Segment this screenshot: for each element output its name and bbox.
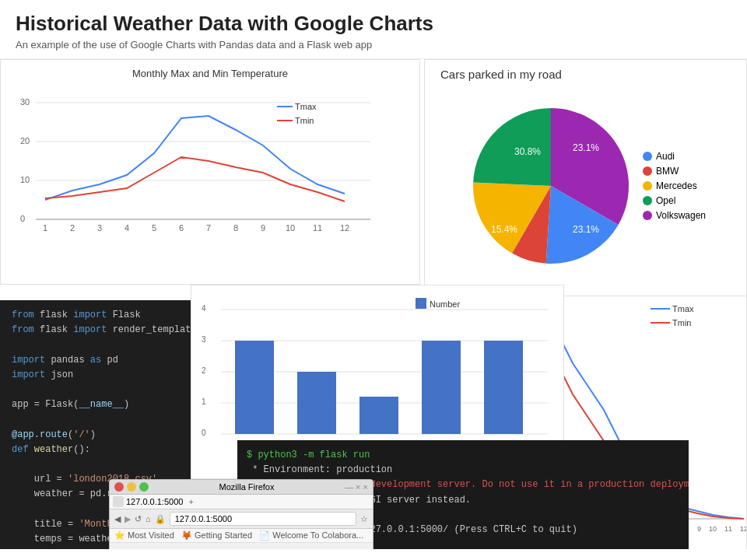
volkswagen-dot xyxy=(643,211,652,220)
getting-started[interactable]: 🦊 Getting Started xyxy=(181,530,252,540)
svg-rect-49 xyxy=(484,341,523,434)
audi-dot xyxy=(643,152,652,161)
browser-title: Mozilla Firefox xyxy=(152,482,342,492)
colaboratory[interactable]: 📄 Welcome To Colabora... xyxy=(259,530,363,540)
svg-text:Tmin: Tmin xyxy=(295,116,314,125)
svg-text:Number: Number xyxy=(430,299,460,309)
main-content: Monthly Max and Min Temperature 30 20 10… xyxy=(0,59,747,549)
pie-chart-svg: 23.1% 23.1% 15.4% 30.8% xyxy=(465,100,637,271)
svg-text:Tmin: Tmin xyxy=(672,318,691,327)
svg-text:2: 2 xyxy=(202,366,206,375)
svg-text:20: 20 xyxy=(20,136,30,145)
svg-text:10: 10 xyxy=(286,223,295,233)
lock-icon: 🔒 xyxy=(155,514,166,524)
svg-rect-47 xyxy=(422,341,461,434)
browser-bookmarks: ⭐ Most Visited 🦊 Getting Started 📄 Welco… xyxy=(110,529,373,543)
tab-url[interactable]: 127.0.0.1:5000 xyxy=(126,497,183,506)
refresh-button[interactable]: ↺ xyxy=(135,514,142,524)
legend-volkswagen: Volkswagen xyxy=(643,210,706,221)
legend-opel: Opel xyxy=(643,195,706,206)
bookmark-button[interactable]: ☆ xyxy=(360,514,368,524)
svg-text:3: 3 xyxy=(97,223,102,233)
new-tab-button[interactable]: + xyxy=(188,497,193,506)
svg-text:7: 7 xyxy=(206,223,211,233)
volkswagen-label: Volkswagen xyxy=(656,210,706,221)
svg-text:12: 12 xyxy=(740,525,747,533)
pie-chart-title: Cars parked in my road xyxy=(433,68,738,81)
svg-text:1: 1 xyxy=(202,397,206,406)
pie-legend: Audi BMW Mercedes Opel Volkswagen xyxy=(643,151,706,221)
url-bar[interactable] xyxy=(170,512,356,526)
svg-text:30: 30 xyxy=(20,97,30,107)
svg-text:11: 11 xyxy=(313,223,322,233)
svg-text:10: 10 xyxy=(20,175,30,184)
svg-text:15.4%: 15.4% xyxy=(491,224,517,235)
mercedes-label: Mercedes xyxy=(656,180,697,191)
svg-rect-45 xyxy=(359,397,398,434)
browser-titlebar: Mozilla Firefox — × × xyxy=(110,480,373,495)
close-icon[interactable] xyxy=(114,482,124,492)
svg-text:0: 0 xyxy=(20,214,25,223)
pie-chart-panel: Cars parked in my road 23.1 xyxy=(424,59,747,296)
browser-toolbar: ◀ ▶ ↺ ⌂ 🔒 ☆ xyxy=(110,509,373,529)
svg-text:8: 8 xyxy=(233,223,238,233)
svg-text:4: 4 xyxy=(202,304,206,313)
svg-text:9: 9 xyxy=(261,223,265,233)
bmw-dot xyxy=(643,166,652,176)
svg-rect-43 xyxy=(297,372,336,434)
svg-text:3: 3 xyxy=(202,335,206,344)
svg-text:1: 1 xyxy=(43,223,47,233)
mercedes-dot xyxy=(643,181,652,191)
line-chart-title: Monthly Max and Min Temperature xyxy=(9,68,412,79)
svg-text:12: 12 xyxy=(340,223,349,233)
svg-text:6: 6 xyxy=(179,223,184,233)
page-header: Historical Weather Data with Google Char… xyxy=(0,0,747,59)
audi-label: Audi xyxy=(656,151,675,162)
opel-dot xyxy=(643,196,652,205)
svg-text:4: 4 xyxy=(124,223,129,233)
most-visited[interactable]: ⭐ Most Visited xyxy=(114,530,174,540)
svg-text:10: 10 xyxy=(709,525,717,533)
browser-content: Hello xyxy=(110,543,373,549)
bmw-label: BMW xyxy=(656,166,679,177)
maximize-icon[interactable] xyxy=(139,482,149,492)
legend-bmw: BMW xyxy=(643,166,706,177)
svg-text:5: 5 xyxy=(152,223,156,233)
line-chart-panel: Monthly Max and Min Temperature 30 20 10… xyxy=(0,59,420,285)
home-button[interactable]: ⌂ xyxy=(146,514,151,523)
opel-label: Opel xyxy=(656,195,675,206)
svg-text:Tmax: Tmax xyxy=(672,304,694,313)
browser-window[interactable]: Mozilla Firefox — × × 127.0.0.1:5000 + ◀… xyxy=(109,479,374,549)
back-button[interactable]: ◀ xyxy=(114,514,121,524)
minimize-icon[interactable] xyxy=(127,482,136,492)
hello-text: Hello xyxy=(117,548,141,549)
legend-mercedes: Mercedes xyxy=(643,180,706,191)
svg-text:Tmax: Tmax xyxy=(295,102,317,111)
svg-text:0: 0 xyxy=(202,429,206,437)
svg-text:2: 2 xyxy=(70,223,75,233)
page-subtitle: An example of the use of Google Charts w… xyxy=(16,39,731,51)
svg-rect-41 xyxy=(235,341,274,434)
svg-text:9: 9 xyxy=(697,525,701,533)
svg-text:30.8%: 30.8% xyxy=(514,146,541,157)
legend-audi: Audi xyxy=(643,151,706,162)
line-chart-svg: 30 20 10 0 1 2 3 4 5 6 7 8 9 10 11 12 xyxy=(9,83,398,278)
svg-text:23.1%: 23.1% xyxy=(573,224,599,235)
svg-rect-29 xyxy=(416,298,426,309)
svg-text:23.1%: 23.1% xyxy=(573,142,599,153)
tab-favicon xyxy=(113,496,124,507)
forward-button[interactable]: ▶ xyxy=(124,514,131,524)
svg-text:11: 11 xyxy=(724,525,732,533)
page-title: Historical Weather Data with Google Char… xyxy=(16,12,731,36)
